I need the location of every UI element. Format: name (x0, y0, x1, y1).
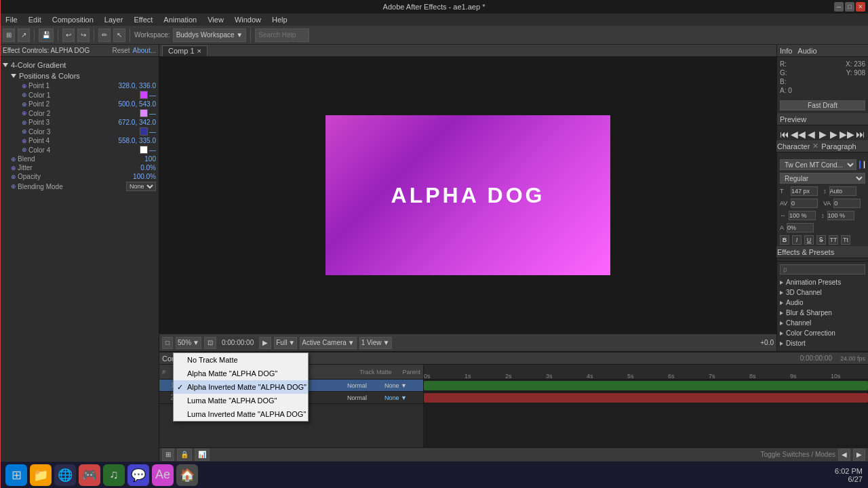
toolbar-open[interactable]: ↗ (18, 28, 30, 42)
tracking-input[interactable] (833, 199, 861, 208)
char-label[interactable]: Character (777, 142, 810, 150)
taskbar-ae[interactable]: Ae (152, 464, 174, 486)
allcaps-button[interactable]: TT (829, 235, 838, 245)
layer-mode-2[interactable]: Normal (347, 394, 384, 401)
help-search[interactable] (255, 28, 309, 42)
leading-input[interactable] (829, 186, 856, 196)
effects-item-3[interactable]: Blur & Sharpen (780, 308, 865, 318)
taskbar-files[interactable]: 📁 (30, 464, 52, 486)
toolbar-undo[interactable]: ↩ (62, 28, 75, 42)
menu-effect[interactable]: Effect (131, 16, 155, 24)
timeline-lock-btn[interactable]: 🔒 (177, 449, 192, 461)
toolbar-select[interactable]: ↖ (113, 28, 125, 42)
dropdown-item-luma-inverted[interactable]: Luma Inverted Matte "ALPHA DOG" (174, 407, 308, 421)
prev-step-back[interactable]: ◀ (807, 128, 816, 140)
comp-tab-close[interactable]: × (197, 47, 201, 55)
menu-layer[interactable]: Layer (102, 16, 126, 24)
smallcaps-button[interactable]: Tt (841, 235, 850, 245)
effects-label[interactable]: Effects & Presets (777, 248, 834, 256)
taskbar-game[interactable]: 🎮 (79, 464, 100, 486)
dropdown-item-no-track-matte[interactable]: No Track Matte (174, 353, 308, 367)
comp-tab-1[interactable]: Comp 1 × (162, 45, 208, 56)
region-btn[interactable]: □ (162, 337, 173, 349)
timeline-home-btn[interactable]: ⊞ (162, 449, 174, 461)
bold-button[interactable]: B (780, 235, 789, 245)
camera-dropdown[interactable]: Active Camera ▼ (300, 337, 356, 349)
menu-window[interactable]: Window (232, 16, 264, 24)
kerning-input[interactable] (791, 199, 818, 208)
zoom-dropdown[interactable]: 50% ▼ (176, 337, 201, 349)
style-select[interactable]: Regular (780, 173, 865, 184)
prev-first[interactable]: ⏮ (780, 128, 789, 140)
menu-help[interactable]: Help (269, 16, 290, 24)
effects-search-input[interactable] (780, 264, 865, 274)
effects-item-2[interactable]: Audio (780, 298, 865, 308)
taskbar-browser[interactable]: 🌐 (54, 464, 76, 486)
menu-animation[interactable]: Animation (161, 16, 199, 24)
dropdown-item-alpha-inverted[interactable]: ✓ Alpha Inverted Matte "ALPHA DOG" (174, 380, 308, 394)
reset-button[interactable]: Reset (112, 47, 130, 54)
taskbar-music[interactable]: ♫ (103, 464, 125, 486)
effects-item-0[interactable]: Animation Presets (780, 277, 865, 287)
prev-back[interactable]: ◀◀ (792, 128, 804, 140)
positions-expand-icon[interactable] (11, 74, 16, 78)
toolbar-pen[interactable]: ✏ (98, 28, 111, 42)
minimize-button[interactable]: ─ (834, 2, 844, 12)
menu-composition[interactable]: Composition (50, 16, 96, 24)
scalev-input[interactable] (827, 211, 854, 220)
about-button[interactable]: About... (133, 47, 156, 54)
layer-matte-1[interactable]: None ▼ (384, 382, 422, 389)
color2-swatch[interactable] (140, 109, 148, 117)
toolbar-redo[interactable]: ↪ (77, 28, 90, 42)
effects-item-4[interactable]: Channel (780, 318, 865, 328)
font-size-input[interactable] (791, 186, 818, 196)
font-select[interactable]: Tw Cen MT Cond... (780, 159, 856, 170)
prev-play[interactable]: ▶ (818, 128, 827, 140)
dropdown-item-luma-matte[interactable]: Luma Matte "ALPHA DOG" (174, 394, 308, 407)
info-tab[interactable]: Info (780, 47, 792, 55)
effect-expand-icon[interactable] (3, 63, 8, 67)
timeline-graph-btn[interactable]: 📊 (195, 449, 210, 461)
menu-view[interactable]: View (205, 16, 226, 24)
paragraph-label[interactable]: Paragraph (821, 142, 856, 150)
taskbar-start[interactable]: ⊞ (5, 464, 27, 486)
color1-swatch[interactable] (140, 91, 148, 99)
color4-swatch[interactable] (140, 146, 148, 154)
taskbar-other[interactable]: 🏠 (176, 464, 198, 486)
blending-mode-select[interactable]: None (126, 182, 156, 191)
effects-item-6[interactable]: Distort (780, 338, 865, 348)
toolbar-new[interactable]: ⊞ (3, 28, 15, 42)
play-btn[interactable]: ▶ (259, 337, 271, 349)
effects-item-5[interactable]: Color Correction (780, 328, 865, 338)
prev-last[interactable]: ⏭ (856, 128, 865, 140)
views-dropdown[interactable]: 1 View ▼ (359, 337, 392, 349)
underline-button[interactable]: U (804, 235, 814, 245)
prev-fwd[interactable]: ▶▶ (841, 128, 853, 140)
toolbar-save[interactable]: 💾 (39, 28, 54, 42)
italic-button[interactable]: I (792, 235, 802, 245)
baseline-input[interactable] (787, 223, 814, 232)
close-button[interactable]: ✕ (856, 2, 865, 12)
track-matte-dropdown[interactable]: No Track Matte Alpha Matte "ALPHA DOG" ✓… (173, 352, 309, 422)
prev-step-fwd[interactable]: ▶ (829, 128, 838, 140)
workspace-dropdown[interactable]: Buddys Workspace ▼ (173, 28, 247, 42)
audio-tab[interactable]: Audio (797, 47, 816, 55)
menu-edit[interactable]: Edit (26, 16, 44, 24)
color-swatch-char[interactable] (859, 161, 861, 169)
stroke-swatch-char[interactable] (863, 161, 865, 169)
menu-file[interactable]: File (3, 16, 20, 24)
layer-mode-1[interactable]: Normal (347, 382, 384, 389)
layer-matte-2[interactable]: None ▼ (384, 394, 422, 401)
dropdown-item-alpha-matte[interactable]: Alpha Matte "ALPHA DOG" (174, 367, 308, 380)
fast-draft-button[interactable]: Fast Draft (780, 100, 865, 110)
timeline-scroll-left[interactable]: ◀ (838, 449, 850, 461)
strikethrough-button[interactable]: S̶ (816, 235, 826, 245)
quality-dropdown[interactable]: Full ▼ (274, 337, 297, 349)
timeline-scroll-right[interactable]: ▶ (853, 449, 865, 461)
effects-item-1[interactable]: 3D Channel (780, 287, 865, 298)
toggle-switches-label[interactable]: Toggle Switches / Modes (760, 451, 835, 458)
maximize-button[interactable]: □ (845, 2, 854, 12)
fit-btn[interactable]: ⊡ (204, 337, 216, 349)
scaleh-input[interactable] (789, 211, 816, 220)
color3-swatch[interactable] (140, 127, 148, 136)
